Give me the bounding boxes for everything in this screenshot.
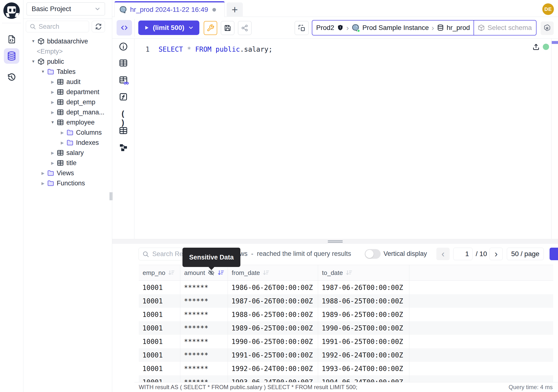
table-row[interactable]: 10001******1987-06-26T00:00:00Z1988-06-2… xyxy=(139,294,553,308)
expand-arrow-down[interactable]: ▼ xyxy=(30,59,36,64)
expand-arrow-right[interactable]: ▶ xyxy=(50,100,56,105)
minimap-scroll-indicator[interactable] xyxy=(552,41,558,44)
table-row[interactable]: 10001******1992-06-24T00:00:00Z1993-06-2… xyxy=(139,362,553,375)
share-button[interactable] xyxy=(238,21,252,35)
expand-arrow-right[interactable]: ▶ xyxy=(50,110,56,115)
chevron-down-icon[interactable] xyxy=(188,25,194,31)
page-size-select[interactable]: 50 / page xyxy=(507,248,544,260)
divider xyxy=(2,23,21,23)
sort-icon[interactable] xyxy=(217,269,225,276)
code-mode-button[interactable] xyxy=(117,20,132,35)
clipped-action-button[interactable] xyxy=(549,248,558,260)
ai-assistant-button[interactable] xyxy=(541,21,554,35)
expand-arrow-right[interactable]: ▶ xyxy=(50,90,56,94)
save-button[interactable] xyxy=(221,21,234,35)
expand-arrow-down[interactable]: ▼ xyxy=(40,70,46,74)
table-cell: 1988-06-25T00:00:00Z xyxy=(318,294,409,308)
table-row[interactable]: 10001******1986-06-26T00:00:00Z1987-06-2… xyxy=(139,281,553,294)
run-query-button[interactable]: (limit 500) xyxy=(138,20,199,35)
tree-item-views[interactable]: ▶Views xyxy=(23,168,112,178)
vertical-display-toggle[interactable] xyxy=(365,249,381,259)
expand-arrow-right[interactable]: ▶ xyxy=(50,151,56,155)
prev-page-button[interactable]: ‹ xyxy=(436,248,450,260)
sql-editor[interactable]: ( ) 1 SELECT * FROM public.salary; xyxy=(112,39,558,239)
expand-arrow-right[interactable]: ▶ xyxy=(50,80,56,84)
table-row[interactable]: 10001******1990-06-25T00:00:00Z1991-06-2… xyxy=(139,335,553,348)
database-nav-button[interactable] xyxy=(4,48,19,64)
next-page-button[interactable]: › xyxy=(489,248,503,260)
tree-item--empty-[interactable]: <Empty> xyxy=(23,46,112,56)
sql-code[interactable]: SELECT * FROM public.salary; xyxy=(158,45,272,53)
sql-token: . xyxy=(240,45,244,53)
batch-query-button[interactable] xyxy=(295,21,309,35)
sort-icon[interactable] xyxy=(168,269,175,276)
tree-item-dept-mana-[interactable]: ▶dept_mana... xyxy=(23,107,112,117)
eye-off-icon[interactable] xyxy=(208,269,215,276)
column-header-to_date[interactable]: to_date xyxy=(318,265,409,280)
table-cell: 1993-06-24T00:00:00Z xyxy=(318,362,409,375)
expand-arrow-right[interactable]: ▶ xyxy=(59,140,65,145)
sort-icon[interactable] xyxy=(262,269,270,276)
function-icon[interactable] xyxy=(119,92,128,101)
tree-item-label: salary xyxy=(66,149,84,157)
table-row[interactable]: 10001******1991-06-25T00:00:00Z1992-06-2… xyxy=(139,348,553,362)
table-icon[interactable] xyxy=(119,58,128,68)
tab-hr-prod[interactable]: hr_prod 2024-11-22 16:49 xyxy=(114,1,225,17)
panel-resize-gutter[interactable] xyxy=(112,239,558,244)
tree-item-functions[interactable]: ▶Functions xyxy=(23,178,112,188)
tree-item-audit[interactable]: ▶audit xyxy=(23,77,112,87)
wrench-icon xyxy=(207,24,214,32)
project-selector[interactable]: Basic Project xyxy=(26,2,105,16)
column-header-amount[interactable]: amount xyxy=(180,265,228,280)
tree-item-columns[interactable]: ▶Columns xyxy=(23,127,112,138)
info-icon[interactable] xyxy=(119,42,128,51)
tree-item-label: title xyxy=(66,159,77,167)
expand-arrow-right[interactable]: ▶ xyxy=(40,181,46,186)
tree-item-tables[interactable]: ▼Tables xyxy=(23,67,112,77)
tree-item-public[interactable]: ▼public xyxy=(23,56,112,67)
editor-toolbar: (limit 500) Prod2 xyxy=(112,17,558,39)
expand-arrow-right[interactable]: ▶ xyxy=(50,161,56,165)
parentheses-icon[interactable]: ( ) xyxy=(119,109,128,118)
table-cell: 1990-06-25T00:00:00Z xyxy=(318,321,409,335)
avatar[interactable]: DE xyxy=(542,3,554,15)
divider xyxy=(551,39,551,239)
tree-item-salary[interactable]: ▶salary xyxy=(23,148,112,158)
table-icon xyxy=(57,149,64,157)
bytebase-logo[interactable] xyxy=(3,2,20,19)
table-row[interactable]: 10001******1989-06-25T00:00:00Z1990-06-2… xyxy=(139,321,553,335)
select-schema[interactable]: Select schema xyxy=(488,24,532,32)
tree-item-indexes[interactable]: ▶Indexes xyxy=(23,138,112,148)
upload-icon[interactable] xyxy=(532,43,540,51)
table-row[interactable]: 10001******1993-06-24T00:00:00Z1994-06-2… xyxy=(139,375,553,382)
tree-item-bbdataarchive[interactable]: ▼bbdataarchive xyxy=(23,36,112,46)
expand-arrow-down[interactable]: ▼ xyxy=(30,39,36,44)
page-number-input[interactable]: 1 xyxy=(453,248,472,260)
column-name: from_date xyxy=(232,269,260,277)
column-header-emp_no[interactable]: emp_no xyxy=(139,265,180,280)
tree-item-dept-emp[interactable]: ▶dept_emp xyxy=(23,97,112,107)
new-tab-button[interactable]: + xyxy=(227,2,243,17)
schema-diagram-icon[interactable] xyxy=(119,143,128,152)
tree-item-employee[interactable]: ▼employee xyxy=(23,117,112,127)
instance-online-dot xyxy=(357,29,360,32)
table-icon[interactable] xyxy=(119,126,128,135)
sidebar-search-input[interactable]: Search xyxy=(26,21,89,32)
history-nav-button[interactable] xyxy=(4,70,19,85)
column-header-from_date[interactable]: from_date xyxy=(228,265,318,280)
worksheet-nav-button[interactable] xyxy=(4,32,19,47)
tree-item-title[interactable]: ▶title xyxy=(23,158,112,168)
expand-arrow-right[interactable]: ▶ xyxy=(59,130,65,135)
tree-item-label: department xyxy=(66,88,99,96)
connection-breadcrumb[interactable]: Prod2 › Prod Sample Instance › hr_prod S… xyxy=(312,20,537,35)
tree-item-department[interactable]: ▶department xyxy=(23,87,112,97)
search-icon xyxy=(29,23,36,30)
admin-wrench-button[interactable] xyxy=(204,21,217,35)
table-row[interactable]: 10001******1988-06-25T00:00:00Z1989-06-2… xyxy=(139,308,553,321)
masked-table-icon[interactable] xyxy=(119,75,128,85)
expand-arrow-right[interactable]: ▶ xyxy=(40,171,46,175)
refresh-schema-button[interactable] xyxy=(92,21,105,32)
sort-icon[interactable] xyxy=(345,269,353,276)
history-icon xyxy=(7,72,17,82)
expand-arrow-down[interactable]: ▼ xyxy=(50,120,56,125)
